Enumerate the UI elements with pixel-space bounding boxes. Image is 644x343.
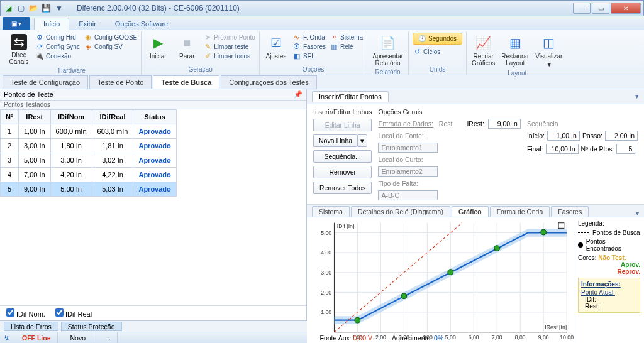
nova-linha-dropdown[interactable]: ▾	[357, 134, 367, 147]
ribbon-group-opcoes: ☑ Ajustes ∿F. Onda ⦿Fasores ◧SEL ⚬Sistem…	[260, 31, 367, 75]
gtab-detalhes[interactable]: Detalhes do Relé (Diagrama)	[351, 206, 450, 217]
table-row[interactable]: 35,00 In3,00 In3,02 InAprovado	[1, 153, 177, 168]
nptos-label: Nº de Ptos:	[581, 145, 614, 153]
apresentar-relatorio-button[interactable]: 📄 Apresentar Relatório	[371, 33, 404, 68]
menu-tab-opcoes[interactable]: Opções Software	[106, 18, 177, 30]
table-row[interactable]: 23,00 In1,80 In1,81 InAprovado	[1, 139, 177, 153]
bottom-tab-lista-erros[interactable]: Lista de Erros	[4, 322, 58, 331]
chk-idif-nom[interactable]: IDif Nom.	[6, 308, 45, 318]
ins-edit-tab[interactable]: Inserir/Editar Pontos	[312, 91, 389, 102]
ribbon-group-unids: 🕑Segundos ↺Ciclos Unids	[409, 31, 467, 75]
config-sync-button[interactable]: ⟳Config Sync	[35, 42, 80, 51]
remover-button[interactable]: Remover	[313, 166, 372, 178]
proximo-ponto-button[interactable]: ➤Próximo Ponto	[203, 33, 255, 41]
direc-canais-button[interactable]: ⇆ Direc Canais	[6, 33, 31, 67]
nova-linha-button[interactable]: Nova Linha	[313, 134, 357, 147]
final-input[interactable]	[546, 144, 579, 154]
menu-tab-inicio[interactable]: Início	[34, 18, 69, 30]
ponto-atual: Ponto Atual:	[581, 289, 637, 296]
tab-configuracoes-testes[interactable]: Configurações dos Testes	[221, 75, 316, 89]
gtabs-collapse-icon[interactable]: ▾	[636, 210, 639, 217]
col-status[interactable]: Status	[133, 110, 176, 124]
gtab-forma-onda[interactable]: Forma de Onda	[490, 206, 550, 217]
graph-wrap: 1,002,003,004,005,001,002,003,004,005,00…	[307, 217, 644, 343]
info-idif: - IDif:	[581, 296, 637, 303]
sistema-button[interactable]: ⚬Sistema	[330, 33, 363, 41]
config-hrd-button[interactable]: ⚙Config Hrd	[35, 33, 80, 41]
table-wrap[interactable]: Nº IRest IDifNom IDifReal Status 11,00 I…	[0, 109, 306, 305]
cycle-icon: ↺	[413, 47, 421, 56]
pin-icon[interactable]: 📌	[294, 90, 303, 99]
tab-teste-busca[interactable]: Teste de Busca	[153, 75, 219, 89]
fonda-button[interactable]: ∿F. Onda	[292, 33, 326, 41]
ajustes-button[interactable]: ☑ Ajustes	[264, 33, 289, 61]
left-panel: Pontos de Teste 📌 Pontos Testados Nº IRe…	[0, 89, 307, 320]
recriar-graficos-button[interactable]: 📈 Recriar Gráficos	[470, 33, 496, 68]
chk-idif-real[interactable]: IDif Real	[55, 308, 92, 318]
chart-svg[interactable]: 1,002,003,004,005,001,002,003,004,005,00…	[307, 217, 574, 343]
gtab-grafico[interactable]: Gráfico	[452, 206, 489, 217]
restaurar-layout-button[interactable]: ▦ Restaurar Layout	[500, 33, 530, 68]
gtab-fasores[interactable]: Fasores	[551, 206, 589, 217]
legend-title: Legenda:	[578, 220, 640, 227]
new-icon[interactable]: ▢	[16, 3, 26, 13]
sel-button[interactable]: ◧SEL	[292, 52, 326, 60]
iniciar-button[interactable]: ▶ Iniciar	[145, 33, 170, 61]
menu-tab-exibir[interactable]: Exibir	[69, 18, 106, 30]
col-idifnom[interactable]: IDifNom	[50, 110, 92, 124]
visualizar-button[interactable]: ◫ Visualizar ▼	[534, 33, 564, 69]
table-row[interactable]: 59,00 In5,00 In5,03 InAprovado	[1, 182, 177, 197]
editar-linha-button[interactable]: Editar Linha	[313, 119, 372, 131]
minimize-button[interactable]: —	[573, 3, 591, 14]
config-sv-button[interactable]: ◈Config SV	[84, 42, 137, 51]
ciclos-button[interactable]: ↺Ciclos	[413, 47, 462, 56]
table-row[interactable]: 11,00 In600,0 mIn603,0 mInAprovado	[1, 124, 177, 139]
collapse-icon[interactable]: ▾	[635, 92, 639, 101]
tab-teste-ponto[interactable]: Teste de Ponto	[89, 75, 152, 89]
tab-teste-configuracao[interactable]: Teste de Configuração	[3, 75, 88, 89]
maximize-button[interactable]: ▭	[592, 3, 609, 14]
bottom-tab-status-protecao[interactable]: Status Proteção	[61, 322, 122, 331]
close-button[interactable]: ✕	[611, 3, 641, 14]
window-title: Diferenc 2.00.040 (32 Bits) - CE-6006 (0…	[64, 4, 573, 13]
conexao-button[interactable]: 🔌Conexão	[35, 52, 80, 60]
fasores-button[interactable]: ⦿Fasores	[292, 42, 326, 51]
broom-all-icon: ✐	[203, 52, 212, 60]
graph-tabs: Sistema Detalhes do Relé (Diagrama) Gráf…	[307, 205, 644, 217]
config-goose-button[interactable]: ◉Config GOOSE	[84, 33, 137, 41]
table-row[interactable]: 47,00 In4,20 In4,22 InAprovado	[1, 168, 177, 182]
sv-icon: ◈	[84, 42, 92, 51]
rele-button[interactable]: ▥Relé	[330, 42, 363, 51]
local-curto-select[interactable]	[378, 166, 438, 177]
inicio-input[interactable]	[547, 131, 580, 141]
local-fonte-select[interactable]	[378, 143, 438, 153]
connection-icon[interactable]: ↯	[4, 334, 9, 342]
ribbon-group-hardware: ⇆ Direc Canais ⚙Config Hrd ⟳Config Sync …	[3, 31, 142, 75]
report-icon: 📄	[379, 34, 397, 52]
group-label-opcoes: Opções	[264, 65, 363, 74]
tipo-falta-select[interactable]	[378, 190, 438, 200]
gtab-sistema[interactable]: Sistema	[312, 206, 350, 217]
passo-input[interactable]	[605, 131, 638, 141]
qat-dropdown-icon[interactable]: ▼	[54, 3, 64, 13]
irest-input[interactable]	[488, 119, 521, 129]
limpar-todos-button[interactable]: ✐Limpar todos	[203, 52, 255, 60]
col-n[interactable]: Nº	[1, 110, 19, 124]
nptos-input[interactable]	[616, 144, 635, 154]
svg-text:IRest [In]: IRest [In]	[545, 324, 567, 330]
open-icon[interactable]: 📂	[28, 3, 38, 13]
col-idifreal[interactable]: IDifReal	[92, 110, 133, 124]
fonte-aux-value: 0,00 V	[353, 334, 372, 342]
limpar-teste-button[interactable]: ✎Limpar teste	[203, 42, 255, 51]
svg-point-37	[494, 246, 500, 251]
app-menu-button[interactable]: ▣ ▾	[3, 17, 30, 30]
status-novo: Novo	[70, 334, 86, 342]
col-irest[interactable]: IRest	[18, 110, 50, 124]
parar-button[interactable]: ■ Parar	[174, 33, 199, 61]
remover-todos-button[interactable]: Remover Todos	[313, 182, 372, 194]
sequencia-button[interactable]: Sequência...	[313, 150, 372, 163]
segundos-button[interactable]: 🕑Segundos	[413, 33, 462, 45]
info-rest: - Rest:	[581, 303, 637, 310]
save-icon[interactable]: 💾	[41, 3, 51, 13]
svg-text:4,00: 4,00	[321, 249, 331, 256]
